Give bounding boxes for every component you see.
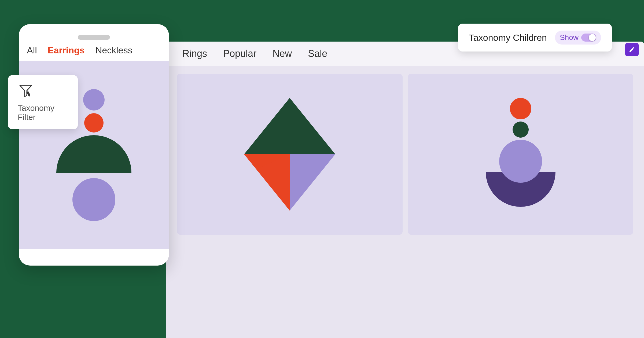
toggle-switch[interactable]	[581, 34, 596, 42]
product-card-2	[408, 74, 634, 235]
filter-icon-row	[18, 83, 68, 99]
phone-notch	[78, 35, 110, 40]
desktop-nav-rings[interactable]: Rings	[182, 48, 207, 59]
phone-panel: All Earrings Neckless	[19, 24, 169, 266]
diamond-illustration	[239, 93, 341, 216]
show-toggle-button[interactable]: Show	[555, 31, 601, 45]
svg-marker-2	[290, 154, 335, 211]
desktop-nav-popular[interactable]: Popular	[223, 48, 256, 59]
earring2-illustration	[483, 87, 558, 221]
phone-nav: All Earrings Neckless	[19, 45, 169, 61]
desktop-panel: Rings Popular New Sale	[166, 42, 644, 338]
desktop-nav-sale[interactable]: Sale	[308, 48, 327, 59]
phone-nav-neckless[interactable]: Neckless	[95, 45, 133, 56]
product-card-1	[177, 74, 403, 235]
phone-nav-all[interactable]: All	[27, 45, 37, 56]
svg-marker-0	[244, 98, 335, 154]
desktop-nav-new[interactable]: New	[273, 48, 292, 59]
edit-button[interactable]	[625, 43, 639, 56]
pencil-icon	[629, 46, 635, 53]
taxonomy-filter-popup: Taxonomy Filter	[8, 75, 78, 129]
toggle-knob	[589, 34, 596, 41]
phone-nav-earrings[interactable]: Earrings	[48, 45, 85, 56]
filter-edit-icon	[18, 83, 34, 99]
product-grid	[166, 68, 644, 240]
taxonomy-filter-label: Taxonomy Filter	[18, 104, 54, 122]
filter-icon-wrap	[18, 83, 34, 99]
taxonomy-children-popup: Taxonomy Children Show	[458, 24, 612, 52]
toggle-show-label: Show	[560, 33, 579, 42]
taxonomy-children-title: Taxonomy Children	[469, 32, 547, 43]
